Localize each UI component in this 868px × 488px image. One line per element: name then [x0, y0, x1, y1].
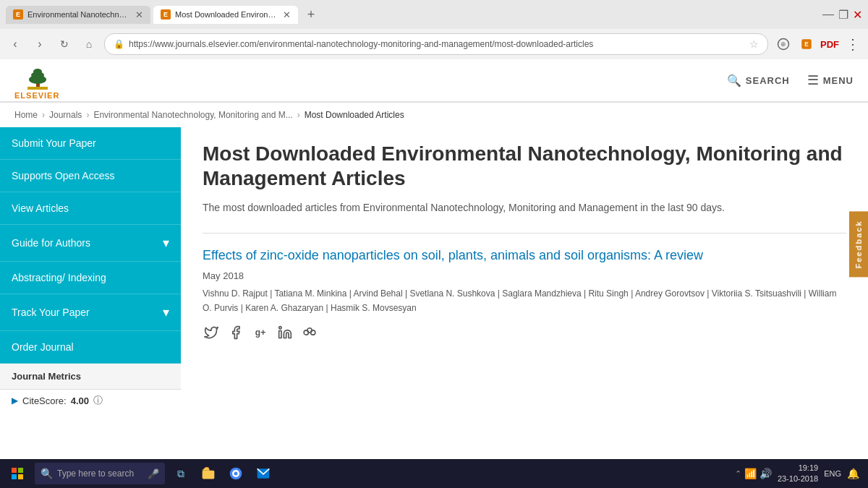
svg-point-17: [234, 472, 238, 476]
extensions-button[interactable]: ⊕: [774, 35, 793, 53]
windows-logo-icon: [12, 468, 23, 479]
address-bar[interactable]: 🔒 https://www.journals.elsevier.com/envi…: [104, 33, 768, 55]
tab2-title: Most Downloaded Environmenta...: [175, 10, 278, 19]
journal-metrics-section: Journal Metrics: [0, 364, 181, 390]
toolbar-actions: ⊕ E PDF ⋮: [774, 35, 862, 53]
taskbar-microphone-icon: 🎤: [148, 468, 159, 479]
article-authors: Vishnu D. Rajput | Tatiana M. Minkina | …: [203, 287, 846, 314]
header-search-btn[interactable]: 🔍 SEARCH: [727, 74, 790, 87]
sidebar-open-access[interactable]: Supports Open Access: [0, 160, 181, 192]
search-label: SEARCH: [746, 75, 790, 86]
sidebar-order-journal[interactable]: Order Journal: [0, 331, 181, 364]
tab1-close[interactable]: ✕: [135, 9, 143, 20]
cite-score-label: CiteScore:: [22, 395, 67, 406]
page-subtitle: The most downloaded articles from Enviro…: [203, 200, 846, 215]
article-social-icons: g+: [203, 324, 846, 341]
browser-toolbar: ‹ › ↻ ⌂ 🔒 https://www.journals.elsevier.…: [0, 29, 868, 59]
tab2-favicon: E: [161, 9, 171, 20]
breadcrumb-current: Most Downloaded Articles: [305, 110, 404, 120]
article-item: Effects of zinc-oxide nanoparticles on s…: [203, 247, 846, 341]
mendeley-icon[interactable]: [301, 324, 318, 341]
browser-tab-1[interactable]: E Environmental Nanotechnology, ✕: [6, 6, 150, 24]
taskbar: 🔍 Type here to search 🎤 ⧉ ⌃ 📶 🔊 19:19 23…: [0, 459, 868, 488]
svg-point-8: [33, 69, 42, 74]
taskbar-explorer[interactable]: [195, 461, 221, 487]
back-button[interactable]: ‹: [6, 35, 25, 53]
url-text: https://www.journals.elsevier.com/enviro…: [129, 39, 745, 49]
menu-label: MENU: [823, 75, 854, 86]
svg-text:E: E: [804, 41, 809, 48]
taskbar-email[interactable]: [250, 461, 276, 487]
facebook-icon[interactable]: [227, 324, 244, 341]
more-button[interactable]: ⋮: [843, 35, 862, 53]
main-content: Most Downloaded Environmental Nanotechno…: [181, 127, 868, 461]
breadcrumb-home[interactable]: Home: [14, 110, 38, 120]
breadcrumb-journals[interactable]: Journals: [49, 110, 82, 120]
linkedin-icon[interactable]: [276, 324, 294, 341]
taskbar-search-icon: 🔍: [41, 468, 53, 479]
elsevier-logo[interactable]: ELSEVIER: [14, 61, 61, 100]
lock-icon: 🔒: [114, 39, 124, 49]
clock-date: 23-10-2018: [778, 474, 818, 484]
menu-icon: ☰: [807, 72, 819, 88]
clock-time: 19:19: [778, 463, 818, 474]
elsevier-ext-button[interactable]: E: [797, 35, 816, 53]
browser-chrome: E Environmental Nanotechnology, ✕ E Most…: [0, 0, 868, 59]
pdf-button[interactable]: PDF: [820, 35, 839, 53]
forward-button[interactable]: ›: [30, 35, 49, 53]
cite-score-row: ▶ CiteScore: 4.00 ⓘ: [0, 390, 181, 411]
taskbar-search-text: Type here to search: [57, 468, 134, 479]
new-tab-button[interactable]: +: [301, 4, 321, 25]
taskbar-clock: 19:19 23-10-2018: [778, 463, 818, 485]
bookmark-icon[interactable]: ☆: [749, 38, 759, 50]
svg-rect-14: [203, 471, 215, 479]
guide-authors-arrow: ▾: [163, 235, 169, 251]
tab1-title: Environmental Nanotechnology,: [27, 10, 131, 19]
track-paper-arrow: ▾: [163, 304, 169, 320]
browser-tab-2[interactable]: E Most Downloaded Environmenta... ✕: [153, 6, 298, 24]
svg-rect-9: [27, 87, 48, 90]
sidebar-track-paper[interactable]: Track Your Paper ▾: [0, 294, 181, 331]
window-controls: — ❐ ✕: [822, 8, 862, 22]
article-title[interactable]: Effects of zinc-oxide nanoparticles on s…: [203, 247, 846, 265]
systray-network-icon: 📶: [744, 468, 757, 479]
refresh-button[interactable]: ↻: [55, 35, 74, 53]
breadcrumb-journal[interactable]: Environmental Nanotechnology, Monitoring…: [93, 110, 292, 120]
taskbar-lang: ENG: [824, 469, 841, 478]
article-divider: [203, 233, 846, 234]
cite-score-value: 4.00: [71, 395, 89, 406]
elsevier-logo-image: [14, 61, 61, 91]
svg-point-10: [279, 326, 281, 328]
systray-chevron[interactable]: ⌃: [735, 469, 741, 479]
svg-text:⊕: ⊕: [780, 40, 786, 48]
page-wrapper: ELSEVIER 🔍 SEARCH ☰ MENU Home › Journals…: [0, 59, 868, 461]
page-title: Most Downloaded Environmental Nanotechno…: [203, 142, 846, 190]
sidebar-submit-paper[interactable]: Submit Your Paper: [0, 127, 181, 160]
sidebar-abstracting[interactable]: Abstracting/ Indexing: [0, 262, 181, 294]
home-button[interactable]: ⌂: [80, 35, 98, 53]
feedback-button[interactable]: Feedback: [849, 211, 868, 277]
sidebar-guide-authors[interactable]: Guide for Authors ▾: [0, 225, 181, 262]
sidebar-view-articles[interactable]: View Articles: [0, 192, 181, 225]
site-header: ELSEVIER 🔍 SEARCH ☰ MENU: [0, 59, 868, 103]
taskbar-right: ⌃ 📶 🔊 19:19 23-10-2018 ENG 🔔: [735, 463, 865, 485]
maximize-button[interactable]: ❐: [838, 8, 848, 22]
taskbar-chrome[interactable]: [223, 461, 249, 487]
taskbar-search[interactable]: 🔍 Type here to search 🎤: [35, 463, 165, 484]
minimize-button[interactable]: —: [822, 8, 834, 22]
google-plus-icon[interactable]: g+: [252, 324, 269, 341]
close-button[interactable]: ✕: [853, 8, 862, 22]
tab1-favicon: E: [13, 9, 23, 20]
tab2-close[interactable]: ✕: [283, 9, 291, 20]
main-layout: Submit Your Paper Supports Open Access V…: [0, 127, 868, 461]
start-button[interactable]: [3, 461, 32, 487]
twitter-icon[interactable]: [203, 324, 220, 341]
systray-volume-icon[interactable]: 🔊: [760, 468, 772, 479]
cite-score-info[interactable]: ⓘ: [93, 394, 103, 407]
sidebar: Submit Your Paper Supports Open Access V…: [0, 127, 181, 461]
notifications-icon[interactable]: 🔔: [847, 468, 859, 479]
browser-titlebar: E Environmental Nanotechnology, ✕ E Most…: [0, 0, 868, 29]
cite-score-chevron[interactable]: ▶: [12, 395, 18, 406]
header-menu-btn[interactable]: ☰ MENU: [807, 72, 854, 88]
taskbar-taskview[interactable]: ⧉: [168, 461, 194, 487]
